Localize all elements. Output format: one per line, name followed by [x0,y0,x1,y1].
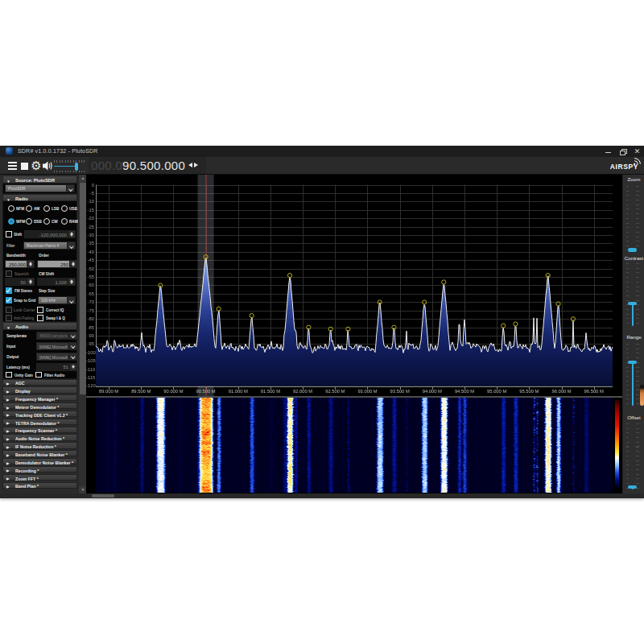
source-panel-header[interactable]: ▼ Source: PlutoSDR [2,175,77,184]
volume-handle[interactable] [75,163,78,171]
panel-header-zoom-fft[interactable]: ▶Zoom FFT * [2,474,77,481]
y-axis-label: -10 [86,199,94,204]
spin-down-icon[interactable] [70,282,73,284]
mode-radio-dsb[interactable] [26,218,32,225]
panel-header-demodulator-noise-blanker[interactable]: ▶Demodulator Noise Blanker * [2,458,77,464]
x-axis-label: 90.000 M [163,389,183,394]
fm-stereo-checkbox[interactable] [6,287,12,294]
shift-input[interactable]: -120,000,000 [24,230,76,238]
step-size-select[interactable]: 100 kHz [38,296,76,304]
panel-header-tracking-dde-client-v1-2[interactable]: ▶Tracking DDE Client v1.2 * [2,411,77,417]
order-input[interactable]: 250 [37,260,77,268]
latency-input[interactable]: 51 [36,363,77,371]
menu-button[interactable] [7,159,19,172]
spinner-arrows[interactable] [68,231,75,237]
spin-down-icon[interactable] [29,264,32,266]
squelch-label: Squelch [14,271,29,276]
spectrum-canvas[interactable] [86,175,622,398]
spectrum-waterfall-splitter[interactable] [86,396,622,398]
panel-header-tetra-demodulator[interactable]: ▶TETRA Demodulator * [2,419,77,425]
anti-fading-checkbox[interactable] [6,315,12,321]
contrast-slider-ticks [626,263,630,326]
panel-header-display[interactable]: ▶Display [2,386,77,393]
unity-gain-checkbox[interactable] [6,372,12,378]
frequency-step-up-arrow[interactable] [194,163,198,167]
squelch-input[interactable]: 50 [5,278,35,286]
audio-panel-header[interactable]: ▼ Audio [2,322,77,330]
offset-slider-handle[interactable] [628,485,637,489]
contrast-slider-handle[interactable] [628,302,637,306]
spin-down-icon[interactable] [72,366,75,369]
waterfall-canvas[interactable] [86,398,622,493]
spinner-arrows[interactable] [27,279,34,285]
zoom-slider-handle[interactable] [628,248,637,252]
lock-carrier-checkbox[interactable] [6,307,12,313]
y-axis-label: -45 [86,258,94,262]
spin-down-icon[interactable] [29,282,32,284]
panel-header-band-plan[interactable]: ▶Band Plan * [2,482,77,489]
toolbar: ⚙ 000.090.500.000 [0,157,644,175]
spin-down-icon[interactable] [70,234,73,237]
panel-header-frequency-scanner[interactable]: ▶Frequency Scanner * [2,427,77,433]
mode-radio-nfm[interactable] [8,205,14,212]
mode-radio-am[interactable] [26,205,32,212]
panel-header-baseband-noise-blanker[interactable]: ▶Baseband Noise Blanker * [2,450,77,456]
panel-header-meteor-demodulator[interactable]: ▶Meteor Demodulator * [2,402,77,409]
panel-header-audio-noise-reduction[interactable]: ▶Audio Noise Reduction * [2,434,77,440]
y-axis-label: -60 [86,283,94,287]
anti-fading-label: Anti-Fading [14,316,34,320]
mode-radio-lsb[interactable] [43,205,50,212]
audio-output-select[interactable]: [MME] Microsoft 声 [36,353,77,361]
audio-input-select[interactable]: [MME] Microsoft 声 [36,342,77,350]
restore-button[interactable] [619,148,626,155]
sidebar-scrollbar-thumb[interactable] [80,183,86,394]
spinner-arrows[interactable] [69,261,76,267]
radio-panel-header[interactable]: ▼ Radio [2,194,77,202]
spinner-arrows[interactable] [68,279,75,285]
volume-slider[interactable] [54,160,86,172]
filter-audio-checkbox[interactable] [35,372,42,378]
filter-select[interactable]: Blackman-Harris 4 [23,242,76,250]
sidebar-scrollbar[interactable]: ▲ ▼ [78,175,86,493]
frequency-step-down-arrow[interactable] [188,163,192,167]
panel-header-if-noise-reduction[interactable]: ▶IF Noise Reduction * [2,442,77,448]
lock-carrier-label: Lock Carrier [14,308,35,312]
swap-iq-checkbox[interactable] [37,315,43,321]
minimize-button[interactable] [605,148,612,155]
speaker-mute-button[interactable] [42,159,53,172]
range-slider-handle[interactable] [628,361,637,365]
mode-radio-wfm[interactable] [8,218,14,225]
titlebar[interactable]: SDR# v1.0.0.1732 - PlutoSDR ✕ [0,146,644,157]
panel-header-agc[interactable]: ▶AGC [2,379,77,386]
panel-header-recording[interactable]: ▶Recording * [2,466,77,473]
frequency-display[interactable]: 000.090.500.000 [89,157,206,174]
mode-radio-raw[interactable] [61,218,68,225]
shift-label: Shift [14,232,22,237]
frequency-dim-digits: 000.0 [91,159,122,172]
squelch-checkbox[interactable] [6,270,12,277]
panel-header-frequency-manager[interactable]: ▶Frequency Manager * [2,394,77,401]
spinner-arrows[interactable] [27,261,34,267]
y-axis-label: -100 [86,350,94,355]
spinner-arrows[interactable] [69,364,76,370]
filter-value: Blackman-Harris 4 [27,244,66,248]
snap-to-grid-checkbox[interactable] [6,297,12,303]
spin-down-icon[interactable] [72,264,75,266]
order-value: 250 [39,262,68,267]
y-axis-label: -95 [86,341,94,346]
correct-iq-checkbox[interactable] [37,307,43,313]
mode-label-usb: USB [69,206,77,211]
bandwidth-input[interactable]: 250,000 [5,260,35,268]
cw-shift-input[interactable]: 1,000 [37,278,76,286]
settings-gear-button[interactable]: ⚙ [31,159,42,172]
cw-shift-label: CW Shift [39,271,54,276]
horizontal-scrollbar[interactable] [0,493,644,498]
source-device-select[interactable]: PlutoSDR [5,184,75,192]
samplerate-select[interactable]: 48000 sample/sec [36,332,77,340]
mode-radio-usb[interactable] [61,205,68,212]
shift-checkbox[interactable] [6,231,12,237]
close-button[interactable]: ✕ [634,148,641,155]
horizontal-scrollbar-thumb[interactable] [92,494,114,497]
stop-button[interactable] [19,159,31,172]
mode-radio-cw[interactable] [43,218,50,225]
